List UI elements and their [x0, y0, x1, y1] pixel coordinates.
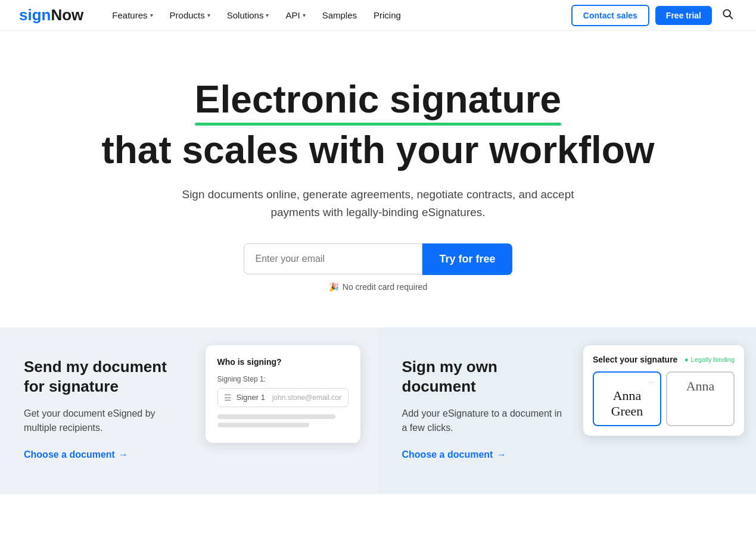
cards-section: Send my documentfor signature Get your d…: [0, 327, 756, 494]
signature-panel: Select your signature ● Legally binding …: [583, 345, 744, 436]
sig-panel-title: Select your signature: [593, 355, 677, 364]
note-text: No credit card required: [343, 282, 427, 292]
nav-solutions[interactable]: Solutions ▾: [220, 5, 276, 25]
hero-section: Electronic signature that scales with yo…: [0, 31, 756, 327]
nav-pricing[interactable]: Pricing: [366, 5, 408, 25]
mock-who-signing: Who is signing?: [217, 357, 349, 367]
mock-placeholder-lines: [217, 414, 349, 427]
hero-note: 🎉 No credit card required: [12, 282, 744, 292]
svg-line-1: [730, 16, 733, 19]
arrow-right-icon: →: [496, 449, 506, 460]
logo-now: Now: [51, 6, 83, 24]
sig-panel-header: Select your signature ● Legally binding: [593, 355, 735, 364]
contact-sales-button[interactable]: Contact sales: [571, 5, 649, 26]
mock-signer-row: ☰ Signer 1 john.stone@email.cor: [217, 388, 349, 407]
note-emoji: 🎉: [329, 282, 339, 292]
arrow-right-icon: →: [119, 449, 128, 460]
chevron-down-icon: ▾: [266, 12, 269, 18]
nav-actions: Contact sales Free trial: [571, 4, 737, 26]
menu-icon: ☰: [224, 393, 232, 402]
mock-line-1: [217, 414, 335, 419]
sign-card-desc: Add your eSignature to a document in a f…: [402, 407, 569, 435]
check-icon: ●: [685, 356, 689, 363]
legally-binding-badge: ● Legally binding: [685, 356, 735, 363]
email-input[interactable]: [244, 243, 422, 274]
hero-subtitle: Sign documents online, generate agreemen…: [182, 186, 575, 222]
sig-option-1[interactable]: ··· Anna Green: [593, 371, 661, 426]
nav-links: Features ▾ Products ▾ Solutions ▾ API ▾ …: [105, 5, 571, 25]
send-document-card: Send my documentfor signature Get your d…: [0, 327, 378, 494]
chevron-down-icon: ▾: [150, 12, 153, 18]
send-card-desc: Get your document eSigned by multiple re…: [24, 407, 191, 435]
hero-title-line1: Electronic signature: [195, 79, 561, 126]
search-button[interactable]: [718, 4, 737, 26]
logo-sign: sign: [19, 6, 51, 24]
chevron-down-icon: ▾: [303, 12, 306, 18]
sig-cursive-1: Anna Green: [600, 388, 654, 419]
main-nav: signNow Features ▾ Products ▾ Solutions …: [0, 0, 756, 31]
send-mock-panel: Who is signing? Signing Step 1: ☰ Signer…: [206, 345, 360, 443]
chevron-down-icon: ▾: [207, 12, 210, 18]
try-for-free-button[interactable]: Try for free: [422, 243, 512, 275]
sign-document-card: Sign my owndocument Add your eSignature …: [378, 327, 757, 494]
nav-samples[interactable]: Samples: [315, 5, 364, 25]
sig-option-2[interactable]: Anna: [666, 371, 735, 426]
send-choose-document-link[interactable]: Choose a document →: [24, 449, 354, 460]
nav-products[interactable]: Products ▾: [163, 5, 217, 25]
mock-signer-name: Signer 1: [237, 393, 265, 402]
nav-features[interactable]: Features ▾: [105, 5, 160, 25]
free-trial-button[interactable]: Free trial: [655, 6, 712, 25]
search-icon: [721, 8, 733, 20]
sig-cursive-2: Anna: [673, 379, 727, 394]
hero-title-line2: that scales with your workflow: [12, 129, 744, 171]
logo[interactable]: signNow: [19, 6, 83, 24]
signature-options: ··· Anna Green Anna: [593, 371, 735, 426]
nav-api[interactable]: API ▾: [278, 5, 312, 25]
sig-dots: ···: [600, 379, 654, 386]
mock-step-label: Signing Step 1:: [217, 375, 349, 383]
mock-line-2: [217, 423, 309, 427]
hero-cta: Try for free: [12, 243, 744, 275]
mock-signer-email: john.stone@email.cor: [270, 393, 341, 402]
sign-choose-document-link[interactable]: Choose a document →: [402, 449, 733, 460]
hero-title: Electronic signature that scales with yo…: [12, 79, 744, 171]
